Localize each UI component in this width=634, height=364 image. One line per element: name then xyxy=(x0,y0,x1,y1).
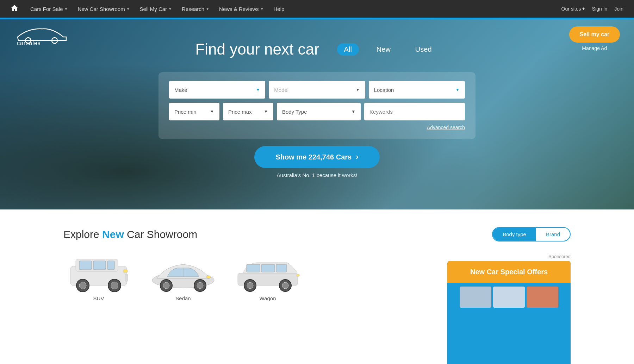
price-min-select[interactable]: Price min ▼ xyxy=(169,103,219,120)
car-item-wagon[interactable]: Wagon xyxy=(232,254,303,301)
make-select-wrapper: Make ▼ xyxy=(169,81,265,99)
chevron-down-icon: ▼ xyxy=(126,7,130,11)
manage-ad-link[interactable]: Manage Ad xyxy=(582,45,607,51)
svg-point-28 xyxy=(282,282,288,289)
keywords-input[interactable] xyxy=(364,103,465,120)
join-link[interactable]: Join xyxy=(614,6,623,12)
sell-my-car-button[interactable]: Sell my car xyxy=(569,26,620,43)
ad-panel[interactable]: New Car Special Offers xyxy=(447,261,571,364)
svg-point-20 xyxy=(206,276,211,278)
svg-point-11 xyxy=(111,282,118,289)
car-item-sedan[interactable]: Sedan xyxy=(148,254,218,301)
svg-point-17 xyxy=(163,282,169,289)
toggle-tab-brand[interactable]: Brand xyxy=(536,228,570,241)
hero-content: Find your next car All New Used Make ▼ xyxy=(0,19,634,178)
filter-tabs: All New Used xyxy=(337,43,439,56)
svg-rect-7 xyxy=(107,261,114,270)
keywords-wrapper xyxy=(364,103,465,120)
keywords-field[interactable] xyxy=(369,109,460,115)
price-min-wrapper: Price min ▼ xyxy=(169,103,219,120)
explore-header: Explore New Car Showroom Body type Brand xyxy=(63,227,571,241)
sponsored-label: Sponsored xyxy=(548,254,571,259)
svg-text:carsales: carsales xyxy=(17,40,41,46)
nav-new-car-showroom[interactable]: New Car Showroom ▼ xyxy=(73,0,135,18)
suv-image xyxy=(63,254,134,293)
toggle-tab-body-type[interactable]: Body type xyxy=(493,228,536,241)
explore-title: Explore New Car Showroom xyxy=(63,228,197,240)
car-item-suv[interactable]: SUV xyxy=(63,254,134,301)
svg-rect-13 xyxy=(125,274,128,281)
explore-section: Explore New Car Showroom Body type Brand xyxy=(0,209,634,364)
chevron-down-icon: ▼ xyxy=(206,7,209,11)
nav-news-reviews[interactable]: News & Reviews ▼ xyxy=(214,0,268,18)
sell-button-area: Sell my car Manage Ad xyxy=(569,26,620,51)
body-type-select[interactable]: Body Type ▼ xyxy=(277,103,361,120)
main-content: SUV xyxy=(63,254,571,364)
filter-tab-used[interactable]: Used xyxy=(408,43,439,56)
svg-point-19 xyxy=(197,282,203,289)
sign-in-link[interactable]: Sign In xyxy=(592,6,608,12)
location-select[interactable]: Location ▼ xyxy=(369,81,465,99)
top-navigation: Cars For Sale ▼ New Car Showroom ▼ Sell … xyxy=(0,0,634,18)
carsales-logo[interactable]: carsales xyxy=(14,25,70,46)
svg-rect-22 xyxy=(247,264,260,272)
search-box: Make ▼ Model ▼ Location ▼ xyxy=(158,72,476,139)
car-label-sedan: Sedan xyxy=(175,295,191,301)
ad-car-thumb-2 xyxy=(493,287,525,308)
nav-right: Our sites + Sign In Join xyxy=(561,6,623,12)
price-max-wrapper: Price max ▼ xyxy=(223,103,273,120)
car-label-wagon: Wagon xyxy=(260,295,276,301)
home-icon[interactable] xyxy=(11,4,18,14)
nav-sell-my-car[interactable]: Sell My Car ▼ xyxy=(135,0,177,18)
nav-research[interactable]: Research ▼ xyxy=(177,0,214,18)
svg-rect-24 xyxy=(276,264,287,272)
cars-grid: SUV xyxy=(63,254,437,301)
filter-tab-new[interactable]: New xyxy=(369,43,398,56)
svg-point-26 xyxy=(247,282,253,289)
ad-panel-header: New Car Special Offers xyxy=(447,261,571,283)
chevron-down-icon: ▼ xyxy=(455,87,460,92)
nav-cars-for-sale[interactable]: Cars For Sale ▼ xyxy=(25,0,73,18)
price-max-select[interactable]: Price max ▼ xyxy=(223,103,273,120)
search-row-1: Make ▼ Model ▼ Location ▼ xyxy=(169,81,465,99)
chevron-down-icon: ▼ xyxy=(351,109,355,114)
plus-icon: + xyxy=(582,6,585,12)
svg-rect-5 xyxy=(79,261,92,270)
sedan-image xyxy=(148,254,218,293)
model-select[interactable]: Model ▼ xyxy=(269,81,365,99)
tagline: Australia's No. 1 because it works! xyxy=(277,172,358,178)
svg-rect-12 xyxy=(123,270,128,272)
toggle-tabs: Body type Brand xyxy=(492,227,571,241)
logo-area: carsales xyxy=(14,25,70,47)
chevron-down-icon: ▼ xyxy=(64,7,68,11)
ad-car-thumb-1 xyxy=(460,287,491,308)
chevron-down-icon: ▼ xyxy=(260,7,264,11)
car-label-suv: SUV xyxy=(93,295,104,301)
chevron-right-icon: › xyxy=(356,152,358,162)
nav-help[interactable]: Help xyxy=(269,0,290,18)
chevron-down-icon: ▼ xyxy=(210,109,214,114)
chevron-down-icon: ▼ xyxy=(168,7,172,11)
show-cars-button[interactable]: Show me 224,746 Cars › xyxy=(254,146,379,168)
make-select[interactable]: Make ▼ xyxy=(169,81,265,99)
svg-rect-23 xyxy=(261,264,275,272)
location-select-wrapper: Location ▼ xyxy=(369,81,465,99)
search-row-2: Price min ▼ Price max ▼ Body Type ▼ xyxy=(169,103,465,120)
ad-car-thumb-3 xyxy=(527,287,558,308)
hero-title: Find your next car xyxy=(195,40,319,58)
nav-left: Cars For Sale ▼ New Car Showroom ▼ Sell … xyxy=(11,0,561,18)
svg-rect-6 xyxy=(93,261,106,270)
ad-panel-cars xyxy=(447,283,571,311)
chevron-down-icon: ▼ xyxy=(356,87,360,92)
filter-tab-all[interactable]: All xyxy=(337,43,359,56)
svg-rect-29 xyxy=(297,274,299,276)
advanced-search-link[interactable]: Advanced search xyxy=(169,125,465,130)
svg-point-9 xyxy=(79,282,86,289)
body-type-wrapper: Body Type ▼ xyxy=(277,103,361,120)
chevron-down-icon: ▼ xyxy=(264,109,268,114)
chevron-down-icon: ▼ xyxy=(256,87,260,92)
cars-area: SUV xyxy=(63,254,437,364)
our-sites-link[interactable]: Our sites + xyxy=(561,6,585,12)
wagon-image xyxy=(232,254,303,293)
model-select-wrapper: Model ▼ xyxy=(269,81,365,99)
